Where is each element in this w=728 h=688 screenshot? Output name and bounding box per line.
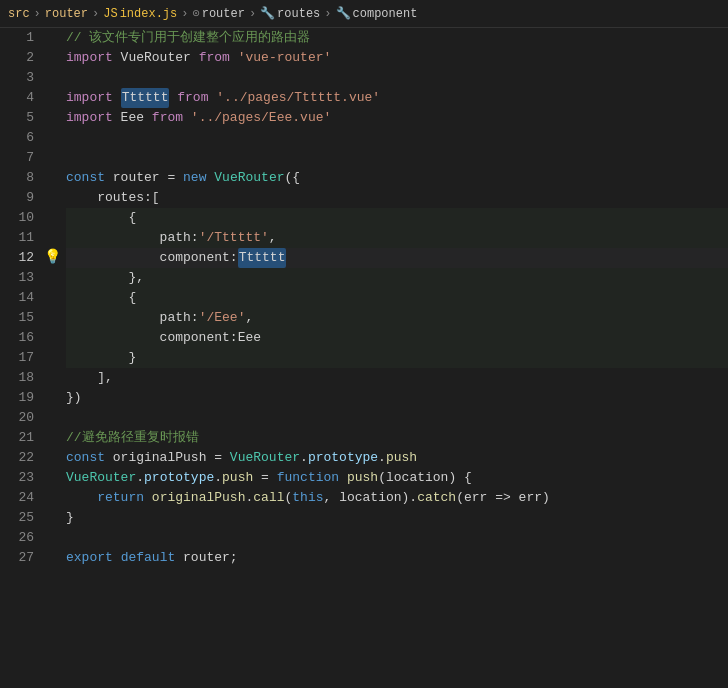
token: . [245, 488, 253, 508]
code-area[interactable]: // 该文件专门用于创建整个应用的路由器 import VueRouter fr… [62, 28, 728, 688]
ln-7: 7 [12, 148, 34, 168]
breadcrumb-router-symbol[interactable]: router [202, 7, 245, 21]
token: VueRouter [230, 448, 300, 468]
token: }) [66, 388, 82, 408]
sep4: › [249, 7, 256, 21]
token: Eee [113, 108, 152, 128]
ln-23: 23 [12, 468, 34, 488]
gutter: 💡 [42, 28, 62, 688]
code-line-18: ], [66, 368, 728, 388]
token [206, 168, 214, 188]
token: import [66, 88, 113, 108]
token: . [136, 468, 144, 488]
code-line-20 [66, 408, 728, 428]
token [175, 168, 183, 188]
token: push [386, 448, 417, 468]
code-line-1: // 该文件专门用于创建整个应用的路由器 [66, 28, 728, 48]
token: '/Tttttt' [199, 228, 269, 248]
token: catch [417, 488, 456, 508]
breadcrumb-routes[interactable]: routes [277, 7, 320, 21]
breadcrumb-router-symbol-icon: ⊙ [192, 6, 199, 21]
ln-12: 12 [12, 248, 34, 268]
token: component:Eee [66, 328, 261, 348]
ln-6: 6 [12, 128, 34, 148]
token: export [66, 548, 113, 568]
token: VueRouter [214, 168, 284, 188]
token: . [300, 448, 308, 468]
token: = [214, 448, 222, 468]
token: , [269, 228, 277, 248]
breadcrumb-component[interactable]: component [353, 7, 418, 21]
token [230, 48, 238, 68]
token: = [261, 468, 269, 488]
token [269, 468, 277, 488]
sep1: › [34, 7, 41, 21]
token: from [152, 108, 183, 128]
token: { [66, 288, 136, 308]
token: originalPush [105, 448, 214, 468]
token: , [245, 308, 253, 328]
token [183, 108, 191, 128]
token [144, 488, 152, 508]
breadcrumb-router[interactable]: router [45, 7, 88, 21]
token: err) [511, 488, 550, 508]
token [339, 468, 347, 488]
code-line-6 [66, 128, 728, 148]
sep5: › [324, 7, 331, 21]
token: VueRouter [113, 48, 199, 68]
ln-19: 19 [12, 388, 34, 408]
code-line-25: } [66, 508, 728, 528]
token: router [105, 168, 167, 188]
code-line-10: { [66, 208, 728, 228]
token-component-highlight: Tttttt [238, 248, 287, 268]
ln-5: 5 [12, 108, 34, 128]
token: '/Eee' [199, 308, 246, 328]
token: } [66, 348, 136, 368]
ln-15: 15 [12, 308, 34, 328]
sep2: › [92, 7, 99, 21]
code-line-23: VueRouter.prototype.push = function push… [66, 468, 728, 488]
line-numbers: 1 2 3 4 5 6 7 8 9 10 11 12 13 14 15 16 1… [0, 28, 42, 688]
code-line-8: const router = new VueRouter({ [66, 168, 728, 188]
ln-25: 25 [12, 508, 34, 528]
token [113, 548, 121, 568]
token [66, 488, 97, 508]
ln-2: 2 [12, 48, 34, 68]
token: (location) { [378, 468, 472, 488]
code-line-14: { [66, 288, 728, 308]
code-line-4: import Tttttt from '../pages/Tttttt.vue' [66, 88, 728, 108]
token: = [167, 168, 175, 188]
lightbulb-icon[interactable]: 💡 [44, 248, 61, 265]
token: //避免路径重复时报错 [66, 428, 199, 448]
token: '../pages/Tttttt.vue' [216, 88, 380, 108]
code-line-26 [66, 528, 728, 548]
token: '../pages/Eee.vue' [191, 108, 331, 128]
token: const [66, 448, 105, 468]
token [169, 88, 177, 108]
token-tttttt-highlight: Tttttt [121, 88, 170, 108]
token: originalPush [152, 488, 246, 508]
ln-24: 24 [12, 488, 34, 508]
ln-14: 14 [12, 288, 34, 308]
token: import [66, 48, 113, 68]
token: 'vue-router' [238, 48, 332, 68]
breadcrumb-js-icon: JS [103, 7, 117, 21]
token: ({ [285, 168, 301, 188]
breadcrumb-src[interactable]: src [8, 7, 30, 21]
token [222, 448, 230, 468]
token: call [253, 488, 284, 508]
ln-9: 9 [12, 188, 34, 208]
token: router; [175, 548, 237, 568]
code-line-7 [66, 148, 728, 168]
code-line-2: import VueRouter from 'vue-router' [66, 48, 728, 68]
ln-11: 11 [12, 228, 34, 248]
ln-27: 27 [12, 548, 34, 568]
token: function [277, 468, 339, 488]
token: prototype [144, 468, 214, 488]
editor: 1 2 3 4 5 6 7 8 9 10 11 12 13 14 15 16 1… [0, 28, 728, 688]
token: component: [66, 248, 238, 268]
token: from [177, 88, 208, 108]
breadcrumb-indexjs[interactable]: index.js [120, 7, 178, 21]
code-line-3 [66, 68, 728, 88]
token: from [199, 48, 230, 68]
